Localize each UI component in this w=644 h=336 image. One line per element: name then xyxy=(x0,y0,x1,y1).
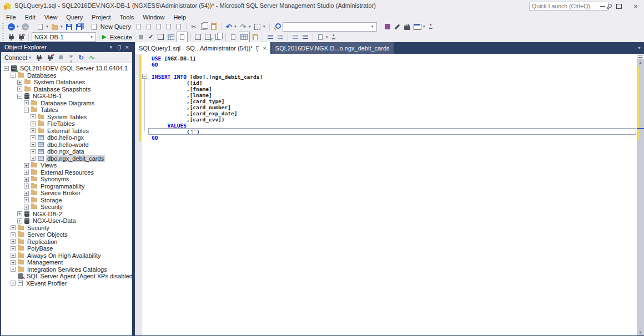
tree-item[interactable]: +dbo.ngx_debit_cards xyxy=(1,155,132,162)
tree-expander-icon[interactable]: + xyxy=(24,205,29,210)
save-all-icon[interactable] xyxy=(75,22,84,31)
split-editor-handle[interactable] xyxy=(637,54,644,59)
tree-item[interactable]: SQL Server Agent (Agent XPs disabled) xyxy=(1,273,132,280)
tree-item[interactable]: +NGX-DB-2 xyxy=(1,211,132,218)
tab-pin-icon[interactable] xyxy=(256,46,259,50)
stop-process-icon[interactable] xyxy=(58,53,64,62)
tree-expander-icon[interactable]: + xyxy=(11,253,16,258)
sql-code[interactable]: USE [NGX-DB-1]GO INSERT INTO [dbo].[ngx_… xyxy=(135,55,636,141)
tree-item[interactable]: +Replication xyxy=(1,238,132,246)
tree-expander-icon[interactable]: + xyxy=(17,80,22,85)
tree-item[interactable]: +Service Broker xyxy=(1,190,132,197)
tree-expander-icon[interactable]: + xyxy=(31,121,36,126)
new-db-engine-query-icon[interactable] xyxy=(134,22,143,31)
selection-dropdown-icon[interactable]: ▼ xyxy=(263,25,266,28)
code-fold-collapse-icon[interactable]: − xyxy=(142,74,147,79)
tree-expander-icon[interactable]: + xyxy=(31,142,36,147)
tree-expander-icon[interactable]: − xyxy=(11,73,16,78)
tree-expander-icon[interactable]: + xyxy=(31,149,36,154)
toolbox-icon[interactable] xyxy=(403,22,412,31)
menu-query[interactable]: Query xyxy=(62,13,87,21)
tree-expander-icon[interactable]: + xyxy=(11,260,16,265)
tree-item[interactable]: +Database Snapshots xyxy=(1,86,132,93)
toolbar-grip[interactable] xyxy=(2,33,4,40)
menu-edit[interactable]: Edit xyxy=(21,13,40,21)
auto-hide-pin-icon[interactable] xyxy=(118,45,121,49)
tree-expander-icon[interactable]: + xyxy=(31,135,36,140)
tree-item[interactable]: +dbo.hello-world xyxy=(1,141,132,149)
available-databases-combo[interactable]: NGX-DB-1▼ xyxy=(32,32,96,42)
tree-expander-icon[interactable]: + xyxy=(11,232,16,237)
code-line[interactable]: ('') xyxy=(152,129,636,135)
tree-expander-icon[interactable]: − xyxy=(17,94,22,99)
undo-icon[interactable]: ↶ xyxy=(224,22,233,31)
tree-expander-icon[interactable]: + xyxy=(11,239,16,244)
menu-project[interactable]: Project xyxy=(87,13,115,21)
tree-expander-icon[interactable]: + xyxy=(17,86,22,91)
object-explorer-header[interactable]: Object Explorer ▼ × xyxy=(1,42,132,52)
properties-window-icon[interactable] xyxy=(393,22,402,31)
scroll-down-icon[interactable]: ▼ xyxy=(637,329,644,335)
intellisense-enabled-icon[interactable] xyxy=(177,32,188,43)
connect-dropdown-button[interactable]: Connect▼ xyxy=(4,54,32,61)
tree-expander-icon[interactable]: + xyxy=(17,218,22,223)
tree-item[interactable]: −Tables xyxy=(1,106,132,114)
decrease-indent-icon[interactable] xyxy=(291,33,300,42)
tree-expander-icon[interactable]: − xyxy=(4,66,9,71)
include-estimated-plan-icon[interactable] xyxy=(194,33,203,42)
specify-values-icon[interactable] xyxy=(167,33,175,42)
menu-file[interactable]: File xyxy=(2,13,21,21)
execute-icon[interactable] xyxy=(102,33,109,42)
tree-expander-icon[interactable]: + xyxy=(24,197,29,202)
tab-sqlquery1[interactable]: SQLQuery1.sql - SQ...Administrator (54))… xyxy=(135,42,270,54)
new-xmla-query-icon[interactable] xyxy=(164,22,173,31)
menu-window[interactable]: Window xyxy=(138,13,169,21)
tree-item[interactable]: +Storage xyxy=(1,197,132,204)
filter-icon[interactable] xyxy=(68,53,74,62)
paste-icon[interactable] xyxy=(209,22,218,31)
new-project-dropdown-icon[interactable]: ▼ xyxy=(46,25,49,28)
panel-close-icon[interactable]: × xyxy=(125,44,129,50)
tree-item[interactable]: +Security xyxy=(1,203,132,211)
tree-item[interactable]: −SQL2016DEV (SQL Server 13.0.6404.1 - NG… xyxy=(1,65,132,72)
results-to-grid-icon[interactable] xyxy=(239,32,250,43)
tree-expander-icon[interactable]: + xyxy=(24,100,29,105)
redo-dropdown-icon[interactable]: ▼ xyxy=(248,25,251,28)
connect-icon[interactable] xyxy=(7,33,16,42)
scroll-up-icon[interactable]: ▲ xyxy=(637,59,644,65)
code-line[interactable]: ,[card_type] xyxy=(152,98,636,104)
toolbar-grip[interactable] xyxy=(2,23,4,30)
query-options-icon[interactable] xyxy=(157,33,165,42)
navigate-forward-icon[interactable]: → xyxy=(21,22,30,31)
tree-item[interactable]: −NGX-DB-1 xyxy=(1,93,132,100)
sqlcmd-mode-icon[interactable] xyxy=(316,33,325,42)
toolbar-overflow-icon[interactable]: ▼▬ xyxy=(427,24,434,29)
comment-out-icon[interactable] xyxy=(266,33,275,42)
tree-item[interactable]: +Always On High Availability xyxy=(1,252,132,259)
tree-item[interactable]: +Views xyxy=(1,162,132,169)
restore-button[interactable] xyxy=(611,0,627,12)
tree-expander-icon[interactable]: + xyxy=(11,246,16,251)
tree-item[interactable]: +XEvent Profiler xyxy=(1,280,132,287)
tree-item[interactable]: +System Tables xyxy=(1,114,132,121)
close-button[interactable]: × xyxy=(627,0,644,12)
tree-expander-icon[interactable]: + xyxy=(11,225,16,230)
execute-button[interactable]: Execute xyxy=(110,34,135,40)
change-connection-icon[interactable]: × xyxy=(17,33,26,42)
vertical-scrollbar[interactable]: ▲ ▼ xyxy=(637,54,644,335)
live-query-statistics-icon[interactable]: ✓ xyxy=(204,33,213,42)
results-to-text-icon[interactable] xyxy=(229,33,238,42)
sqlcmd-dropdown-icon[interactable]: ▼ xyxy=(325,35,329,39)
tree-item[interactable]: +FileTables xyxy=(1,120,132,128)
web-browser-dropdown-icon[interactable]: ▼ xyxy=(422,25,426,28)
code-line[interactable]: ,[fname] xyxy=(152,86,636,92)
tree-item[interactable]: +PolyBase xyxy=(1,245,132,252)
menu-help[interactable]: Help xyxy=(169,13,190,21)
navigate-back-icon[interactable]: ← xyxy=(7,22,16,31)
results-to-file-icon[interactable] xyxy=(251,33,260,42)
window-position-icon[interactable]: ▼ xyxy=(109,45,113,50)
save-icon[interactable] xyxy=(65,22,74,31)
tree-expander-icon[interactable]: + xyxy=(24,170,29,175)
tree-item[interactable]: +External Resources xyxy=(1,169,132,176)
new-project-icon[interactable] xyxy=(36,22,45,31)
